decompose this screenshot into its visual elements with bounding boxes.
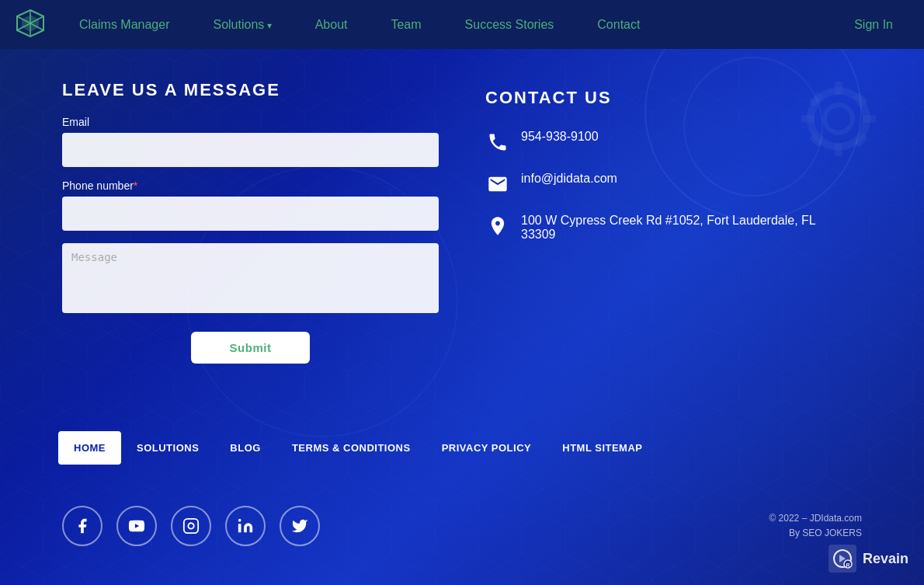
email-address: info@jdidata.com: [521, 172, 617, 186]
footer-nav-privacy[interactable]: PRIVACY POLICY: [426, 431, 547, 465]
email-label: Email: [62, 116, 439, 128]
nav-item-about[interactable]: About: [294, 18, 370, 32]
nav-item-claims-manager[interactable]: Claims Manager: [57, 18, 191, 32]
email-group: Email: [62, 116, 439, 167]
phone-number: 954-938-9100: [521, 130, 599, 144]
main-content: LEAVE US A MESSAGE Email Phone number* S…: [0, 49, 924, 585]
nav-item-contact[interactable]: Contact: [575, 18, 662, 32]
youtube-icon[interactable]: [116, 506, 157, 546]
copyright-text: © 2022 – JDIdata.com By SEO JOKERS: [769, 511, 862, 541]
revain-badge: R Revain: [828, 545, 908, 573]
footer-nav-home[interactable]: HOME: [58, 431, 121, 465]
footer-nav-blog[interactable]: BLOG: [214, 431, 276, 465]
navbar: Claims Manager Solutions About Team Succ…: [0, 0, 924, 49]
email-input[interactable]: [62, 133, 439, 167]
social-icons: [62, 506, 320, 546]
footer-nav-sitemap[interactable]: HTML Sitemap: [547, 431, 658, 465]
location-icon: [485, 214, 510, 239]
nav-item-team[interactable]: Team: [369, 18, 443, 32]
contact-address-item: 100 W Cypress Creek Rd #1052, Fort Laude…: [485, 214, 862, 242]
nav-item-success-stories[interactable]: Success Stories: [443, 18, 576, 32]
svg-text:R: R: [846, 562, 849, 568]
message-group: [62, 243, 439, 316]
social-bar: © 2022 – JDIdata.com By SEO JOKERS: [0, 506, 924, 546]
submit-button[interactable]: Submit: [191, 332, 311, 364]
email-icon: [485, 172, 510, 197]
phone-input[interactable]: [62, 197, 439, 231]
twitter-icon[interactable]: [280, 506, 320, 546]
form-section: LEAVE US A MESSAGE Email Phone number* S…: [62, 80, 439, 364]
instagram-icon[interactable]: [171, 506, 211, 546]
footer-nav-solutions[interactable]: SOLUTIONS: [121, 431, 214, 465]
facebook-icon[interactable]: [62, 506, 102, 546]
svg-rect-18: [238, 524, 241, 532]
contact-wrapper: LEAVE US A MESSAGE Email Phone number* S…: [0, 49, 924, 395]
phone-group: Phone number*: [62, 179, 439, 231]
message-textarea[interactable]: [62, 243, 439, 313]
nav-item-solutions[interactable]: Solutions: [191, 18, 293, 32]
svg-point-19: [238, 519, 241, 522]
contact-email-item: info@jdidata.com: [485, 172, 862, 197]
nav-links: Claims Manager Solutions About Team Succ…: [57, 18, 839, 32]
linkedin-icon[interactable]: [225, 506, 266, 546]
revain-label: Revain: [863, 551, 908, 567]
footer-nav: HOME SOLUTIONS BLOG TERMS & CONDITIONS P…: [0, 431, 924, 465]
form-title: LEAVE US A MESSAGE: [62, 80, 439, 100]
contact-section: CONTACT US 954-938-9100 info@jdidata.com: [485, 80, 862, 364]
phone-icon: [485, 130, 510, 155]
svg-rect-16: [184, 519, 198, 533]
contact-phone-item: 954-938-9100: [485, 130, 862, 155]
contact-title: CONTACT US: [485, 88, 862, 108]
address-text: 100 W Cypress Creek Rd #1052, Fort Laude…: [521, 214, 816, 242]
nav-logo: [16, 9, 45, 41]
required-marker: *: [134, 179, 137, 192]
phone-label: Phone number*: [62, 179, 439, 192]
revain-icon: R: [828, 545, 856, 573]
footer-nav-terms[interactable]: TERMS & CONDITIONS: [276, 431, 426, 465]
nav-sign-in[interactable]: Sign In: [839, 18, 908, 32]
